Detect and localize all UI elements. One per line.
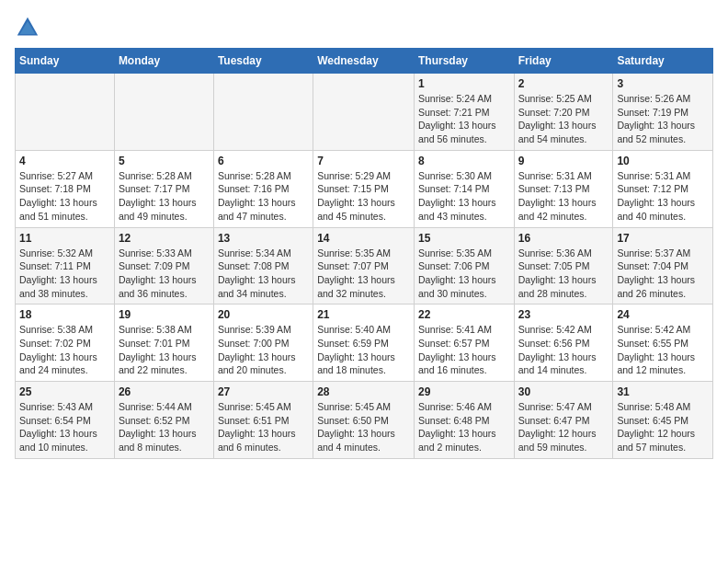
day-info: Sunrise: 5:47 AMSunset: 6:47 PMDaylight:… bbox=[518, 400, 609, 454]
day-number: 29 bbox=[418, 385, 510, 398]
calendar-cell: 17Sunrise: 5:37 AMSunset: 7:04 PMDayligh… bbox=[613, 227, 713, 304]
calendar-cell bbox=[313, 74, 415, 151]
calendar-cell: 26Sunrise: 5:44 AMSunset: 6:52 PMDayligh… bbox=[114, 382, 213, 459]
day-info: Sunrise: 5:31 AMSunset: 7:12 PMDaylight:… bbox=[617, 169, 709, 224]
calendar-cell: 8Sunrise: 5:30 AMSunset: 7:14 PMDaylight… bbox=[414, 150, 514, 227]
day-number: 23 bbox=[518, 308, 609, 321]
day-info: Sunrise: 5:43 AMSunset: 6:54 PMDaylight:… bbox=[19, 400, 110, 454]
day-number: 15 bbox=[418, 232, 510, 245]
calendar-cell: 31Sunrise: 5:48 AMSunset: 6:45 PMDayligh… bbox=[613, 382, 713, 459]
day-info: Sunrise: 5:36 AMSunset: 7:05 PMDaylight:… bbox=[518, 247, 609, 301]
calendar-cell: 19Sunrise: 5:38 AMSunset: 7:01 PMDayligh… bbox=[114, 304, 213, 382]
day-info: Sunrise: 5:28 AMSunset: 7:17 PMDaylight:… bbox=[119, 169, 210, 224]
day-number: 12 bbox=[119, 232, 210, 245]
day-info: Sunrise: 5:24 AMSunset: 7:21 PMDaylight:… bbox=[418, 92, 510, 146]
day-number: 22 bbox=[418, 308, 510, 321]
calendar-cell: 7Sunrise: 5:29 AMSunset: 7:15 PMDaylight… bbox=[313, 150, 415, 227]
day-info: Sunrise: 5:40 AMSunset: 6:59 PMDaylight:… bbox=[317, 323, 410, 377]
day-number: 7 bbox=[317, 155, 410, 167]
day-number: 19 bbox=[119, 308, 210, 321]
day-info: Sunrise: 5:45 AMSunset: 6:50 PMDaylight:… bbox=[317, 400, 410, 454]
calendar-cell: 29Sunrise: 5:46 AMSunset: 6:48 PMDayligh… bbox=[414, 382, 514, 459]
day-info: Sunrise: 5:39 AMSunset: 7:00 PMDaylight:… bbox=[218, 323, 309, 377]
header-row: SundayMondayTuesdayWednesdayThursdayFrid… bbox=[16, 49, 713, 74]
day-info: Sunrise: 5:45 AMSunset: 6:51 PMDaylight:… bbox=[218, 400, 309, 454]
day-number: 5 bbox=[119, 155, 210, 167]
calendar-cell: 5Sunrise: 5:28 AMSunset: 7:17 PMDaylight… bbox=[114, 150, 213, 227]
calendar-week-4: 18Sunrise: 5:38 AMSunset: 7:02 PMDayligh… bbox=[16, 304, 713, 382]
calendar-cell: 11Sunrise: 5:32 AMSunset: 7:11 PMDayligh… bbox=[16, 227, 115, 304]
calendar-cell: 24Sunrise: 5:42 AMSunset: 6:55 PMDayligh… bbox=[613, 304, 713, 382]
calendar-week-3: 11Sunrise: 5:32 AMSunset: 7:11 PMDayligh… bbox=[16, 227, 713, 304]
calendar-cell: 27Sunrise: 5:45 AMSunset: 6:51 PMDayligh… bbox=[213, 382, 313, 459]
day-number: 11 bbox=[19, 232, 110, 245]
day-info: Sunrise: 5:29 AMSunset: 7:15 PMDaylight:… bbox=[317, 169, 410, 224]
calendar-cell: 3Sunrise: 5:26 AMSunset: 7:19 PMDaylight… bbox=[613, 74, 713, 151]
day-info: Sunrise: 5:42 AMSunset: 6:56 PMDaylight:… bbox=[518, 323, 609, 377]
calendar-cell: 4Sunrise: 5:27 AMSunset: 7:18 PMDaylight… bbox=[16, 150, 115, 227]
day-number: 30 bbox=[518, 385, 609, 398]
day-info: Sunrise: 5:33 AMSunset: 7:09 PMDaylight:… bbox=[119, 247, 210, 301]
day-info: Sunrise: 5:38 AMSunset: 7:02 PMDaylight:… bbox=[19, 323, 110, 377]
calendar-cell: 6Sunrise: 5:28 AMSunset: 7:16 PMDaylight… bbox=[213, 150, 313, 227]
day-info: Sunrise: 5:32 AMSunset: 7:11 PMDaylight:… bbox=[19, 247, 110, 301]
calendar-cell: 13Sunrise: 5:34 AMSunset: 7:08 PMDayligh… bbox=[213, 227, 313, 304]
day-number: 13 bbox=[218, 232, 309, 245]
day-number: 26 bbox=[119, 385, 210, 398]
calendar-body: 1Sunrise: 5:24 AMSunset: 7:21 PMDaylight… bbox=[16, 74, 713, 459]
calendar-cell: 15Sunrise: 5:35 AMSunset: 7:06 PMDayligh… bbox=[414, 227, 514, 304]
calendar-week-5: 25Sunrise: 5:43 AMSunset: 6:54 PMDayligh… bbox=[16, 382, 713, 459]
day-number: 8 bbox=[418, 155, 510, 167]
day-number: 2 bbox=[518, 77, 609, 90]
calendar-cell bbox=[114, 74, 213, 151]
day-number: 27 bbox=[218, 385, 309, 398]
day-info: Sunrise: 5:31 AMSunset: 7:13 PMDaylight:… bbox=[518, 169, 609, 224]
calendar-cell: 20Sunrise: 5:39 AMSunset: 7:00 PMDayligh… bbox=[213, 304, 313, 382]
day-number: 16 bbox=[518, 232, 609, 245]
header-cell-friday: Friday bbox=[514, 49, 613, 74]
day-number: 18 bbox=[19, 308, 110, 321]
header-cell-wednesday: Wednesday bbox=[313, 49, 415, 74]
logo bbox=[15, 15, 44, 40]
calendar-header: SundayMondayTuesdayWednesdayThursdayFrid… bbox=[16, 49, 713, 74]
calendar-cell: 12Sunrise: 5:33 AMSunset: 7:09 PMDayligh… bbox=[114, 227, 213, 304]
day-number: 20 bbox=[218, 308, 309, 321]
calendar-cell: 2Sunrise: 5:25 AMSunset: 7:20 PMDaylight… bbox=[514, 74, 613, 151]
header-cell-thursday: Thursday bbox=[414, 49, 514, 74]
calendar-table: SundayMondayTuesdayWednesdayThursdayFrid… bbox=[15, 48, 713, 459]
day-info: Sunrise: 5:34 AMSunset: 7:08 PMDaylight:… bbox=[218, 247, 309, 301]
header-cell-saturday: Saturday bbox=[613, 49, 713, 74]
calendar-cell: 22Sunrise: 5:41 AMSunset: 6:57 PMDayligh… bbox=[414, 304, 514, 382]
day-number: 10 bbox=[617, 155, 709, 167]
header-cell-sunday: Sunday bbox=[16, 49, 115, 74]
calendar-cell bbox=[16, 74, 115, 151]
calendar-cell: 9Sunrise: 5:31 AMSunset: 7:13 PMDaylight… bbox=[514, 150, 613, 227]
day-number: 17 bbox=[617, 232, 709, 245]
header-cell-tuesday: Tuesday bbox=[213, 49, 313, 74]
day-number: 6 bbox=[218, 155, 309, 167]
day-info: Sunrise: 5:41 AMSunset: 6:57 PMDaylight:… bbox=[418, 323, 510, 377]
calendar-cell: 21Sunrise: 5:40 AMSunset: 6:59 PMDayligh… bbox=[313, 304, 415, 382]
day-info: Sunrise: 5:26 AMSunset: 7:19 PMDaylight:… bbox=[617, 92, 709, 146]
page-header bbox=[15, 15, 713, 40]
day-info: Sunrise: 5:27 AMSunset: 7:18 PMDaylight:… bbox=[19, 169, 110, 224]
calendar-cell: 18Sunrise: 5:38 AMSunset: 7:02 PMDayligh… bbox=[16, 304, 115, 382]
day-info: Sunrise: 5:42 AMSunset: 6:55 PMDaylight:… bbox=[617, 323, 709, 377]
day-number: 4 bbox=[19, 155, 110, 167]
calendar-cell bbox=[213, 74, 313, 151]
calendar-cell: 30Sunrise: 5:47 AMSunset: 6:47 PMDayligh… bbox=[514, 382, 613, 459]
calendar-cell: 14Sunrise: 5:35 AMSunset: 7:07 PMDayligh… bbox=[313, 227, 415, 304]
day-info: Sunrise: 5:44 AMSunset: 6:52 PMDaylight:… bbox=[119, 400, 210, 454]
calendar-week-2: 4Sunrise: 5:27 AMSunset: 7:18 PMDaylight… bbox=[16, 150, 713, 227]
calendar-cell: 1Sunrise: 5:24 AMSunset: 7:21 PMDaylight… bbox=[414, 74, 514, 151]
calendar-cell: 16Sunrise: 5:36 AMSunset: 7:05 PMDayligh… bbox=[514, 227, 613, 304]
day-info: Sunrise: 5:30 AMSunset: 7:14 PMDaylight:… bbox=[418, 169, 510, 224]
day-info: Sunrise: 5:48 AMSunset: 6:45 PMDaylight:… bbox=[617, 400, 709, 454]
day-number: 9 bbox=[518, 155, 609, 167]
day-info: Sunrise: 5:35 AMSunset: 7:06 PMDaylight:… bbox=[418, 247, 510, 301]
logo-icon bbox=[15, 15, 40, 40]
day-number: 24 bbox=[617, 308, 709, 321]
day-number: 28 bbox=[317, 385, 410, 398]
day-info: Sunrise: 5:28 AMSunset: 7:16 PMDaylight:… bbox=[218, 169, 309, 224]
day-number: 21 bbox=[317, 308, 410, 321]
